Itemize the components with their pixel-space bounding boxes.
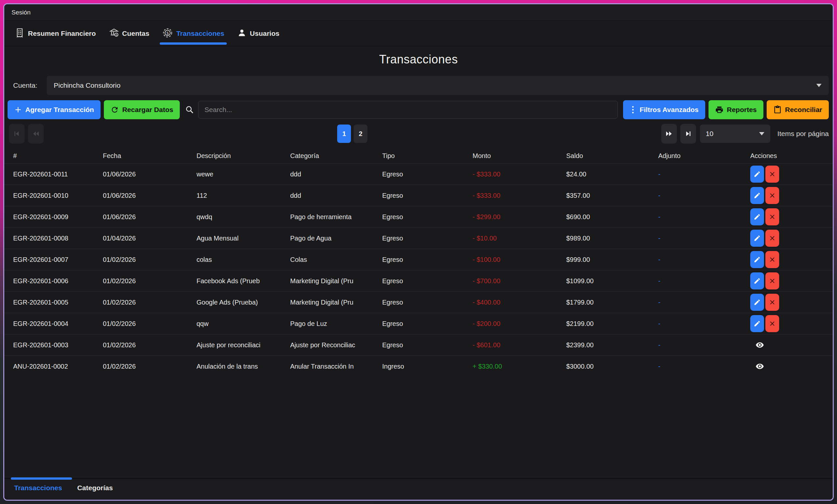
tab-cuentas[interactable]: $ Cuentas: [108, 21, 150, 46]
transaction-description: Anulación de la trans: [197, 363, 290, 370]
delete-button[interactable]: [765, 166, 779, 183]
table-row[interactable]: EGR-202601-0011 01/06/2026 wewe ddd Egre…: [4, 163, 833, 185]
transaction-id: EGR-202601-0003: [13, 341, 103, 349]
bottom-tab-categorias[interactable]: Categorías: [77, 484, 113, 492]
pagination-bar: 12 10 Items por página: [9, 124, 829, 144]
transaction-id: EGR-202601-0005: [13, 299, 103, 306]
edit-button[interactable]: [750, 230, 764, 247]
transaction-balance: $690.00: [566, 213, 658, 221]
row-actions: [750, 251, 828, 268]
search-icon: [185, 105, 194, 114]
edit-button[interactable]: [750, 166, 764, 183]
last-page-button[interactable]: [680, 124, 696, 144]
transaction-category: ddd: [290, 170, 382, 178]
transaction-attachment: -: [658, 235, 750, 242]
transaction-attachment: -: [658, 320, 750, 328]
transaction-amount: + $330.00: [473, 363, 566, 370]
transaction-type: Egreso: [382, 277, 473, 285]
transaction-amount: - $333.00: [473, 170, 566, 178]
bottom-tab-transacciones[interactable]: Transacciones: [14, 484, 62, 492]
transaction-date: 01/06/2026: [103, 192, 197, 199]
row-actions: [750, 208, 828, 226]
transaction-category: Colas: [290, 256, 382, 264]
page-size-select[interactable]: 10: [700, 125, 770, 143]
menu-bar: Sesión: [4, 4, 833, 21]
page-button-1[interactable]: 1: [337, 125, 351, 143]
table-row[interactable]: EGR-202601-0006 01/02/2026 Facebook Ads …: [4, 270, 833, 291]
add-transaction-button[interactable]: Agregar Transacción: [7, 100, 101, 119]
x-icon: [769, 277, 776, 284]
edit-button[interactable]: [750, 187, 764, 204]
transaction-description: qwdq: [197, 213, 290, 221]
delete-button[interactable]: [765, 315, 779, 332]
edit-button[interactable]: [750, 294, 764, 311]
delete-button[interactable]: [765, 294, 779, 311]
x-icon: [769, 192, 776, 199]
row-actions: [750, 166, 828, 183]
svg-text:$: $: [166, 30, 169, 35]
advanced-filters-button[interactable]: Filtros Avanzados: [623, 100, 705, 119]
transaction-balance: $3000.00: [566, 363, 658, 370]
menu-sesion[interactable]: Sesión: [12, 9, 31, 16]
transaction-attachment: -: [658, 341, 750, 349]
table-row[interactable]: ANU-202601-0002 01/02/2026 Anulación de …: [4, 356, 833, 377]
page-size-value: 10: [706, 130, 759, 138]
transaction-id: EGR-202601-0011: [13, 170, 103, 178]
transaction-description: 112: [197, 192, 290, 199]
tab-usuarios[interactable]: Usuarios: [237, 21, 280, 46]
x-icon: [769, 235, 776, 241]
table-row[interactable]: EGR-202601-0010 01/06/2026 112 ddd Egres…: [4, 185, 833, 206]
edit-button[interactable]: [750, 315, 764, 332]
transaction-description: Facebook Ads (Prueb: [197, 277, 290, 285]
delete-button[interactable]: [765, 230, 779, 247]
first-page-button[interactable]: [9, 124, 25, 144]
page-button-2[interactable]: 2: [354, 125, 368, 143]
delete-button[interactable]: [765, 251, 779, 268]
transaction-attachment: -: [658, 363, 750, 370]
account-label: Cuenta:: [13, 82, 37, 89]
x-icon: [769, 171, 776, 177]
kebab-icon: [630, 106, 636, 114]
prev-page-button[interactable]: [28, 124, 44, 144]
transaction-date: 01/02/2026: [103, 299, 197, 306]
view-icon[interactable]: [753, 337, 767, 354]
account-row: Cuenta: Pichincha Consultorio: [13, 76, 829, 95]
table-row[interactable]: EGR-202601-0009 01/06/2026 qwdq Pago de …: [4, 206, 833, 227]
transaction-type: Egreso: [382, 213, 473, 221]
table-header: # Fecha Descripción Categoría Tipo Monto…: [4, 148, 833, 163]
edit-button[interactable]: [750, 208, 764, 226]
delete-button[interactable]: [765, 208, 779, 226]
transaction-balance: $2199.00: [566, 320, 658, 328]
transaction-category: Pago de herramienta: [290, 213, 382, 221]
table-row[interactable]: EGR-202601-0004 01/02/2026 qqw Pago de L…: [4, 313, 833, 334]
view-icon[interactable]: [753, 358, 767, 375]
col-header-acciones: Acciones: [750, 152, 828, 160]
next-page-button[interactable]: [661, 124, 677, 144]
row-actions: [750, 358, 828, 375]
page-title: Transacciones: [379, 53, 458, 66]
reports-button[interactable]: Reportes: [709, 100, 763, 119]
col-header-fecha: Fecha: [103, 152, 197, 160]
table-row[interactable]: EGR-202601-0005 01/02/2026 Google Ads (P…: [4, 291, 833, 313]
reload-data-button[interactable]: Recargar Datos: [104, 100, 180, 119]
edit-button[interactable]: [750, 272, 764, 289]
pencil-icon: [753, 192, 761, 199]
delete-button[interactable]: [765, 272, 779, 289]
reconcile-button[interactable]: Reconciliar: [767, 100, 829, 119]
account-select[interactable]: Pichincha Consultorio: [47, 76, 829, 95]
table-row[interactable]: EGR-202601-0007 01/02/2026 colas Colas E…: [4, 249, 833, 270]
delete-button[interactable]: [765, 187, 779, 204]
search-input[interactable]: [198, 101, 618, 119]
row-actions: [750, 294, 828, 311]
transaction-balance: $989.00: [566, 235, 658, 242]
transactions-table-body: EGR-202601-0011 01/06/2026 wewe ddd Egre…: [4, 163, 833, 377]
table-row[interactable]: EGR-202601-0008 01/04/2026 Agua Mensual …: [4, 227, 833, 249]
transaction-date: 01/06/2026: [103, 170, 197, 178]
col-header-id: #: [13, 152, 103, 160]
tab-resumen-financiero[interactable]: Resumen Financiero: [14, 21, 96, 46]
tab-transacciones[interactable]: $ Transacciones: [162, 21, 225, 46]
table-row[interactable]: EGR-202601-0003 01/02/2026 Ajuste por re…: [4, 334, 833, 356]
transaction-amount: - $10.00: [473, 235, 566, 242]
edit-button[interactable]: [750, 251, 764, 268]
pencil-icon: [753, 170, 761, 178]
